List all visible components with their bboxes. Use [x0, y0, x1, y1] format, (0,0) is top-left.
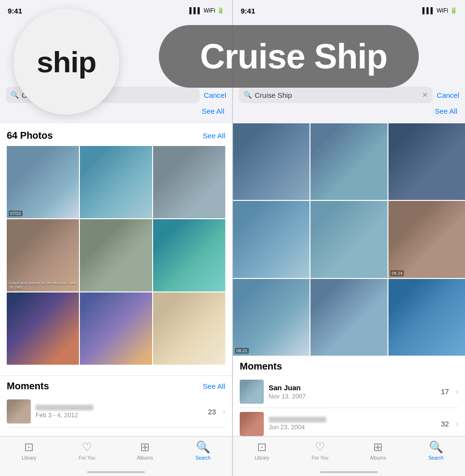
right-search-label: Search [428, 455, 444, 461]
photo-cell[interactable]: Grace and Jeanne on the deck at Cabin 78… [7, 219, 79, 291]
left-moments-header: Moments See All [7, 381, 225, 392]
albums-icon: ⊞ [140, 440, 150, 454]
photo-cell[interactable]: 07/22 [7, 146, 79, 218]
moment-location-blurred [36, 405, 93, 410]
right-for-you-icon: ♡ [315, 440, 325, 454]
right-moment-count-1: 17 [441, 387, 449, 396]
left-photos-see-all[interactable]: See All [203, 132, 225, 140]
right-moment-thumb-1 [240, 380, 264, 404]
right-moment-location-1: San Juan [269, 383, 436, 392]
right-for-you-label: For You [312, 455, 328, 461]
right-moment-chevron-1: › [456, 387, 458, 396]
cruise-photo-cell[interactable]: 08.21 [233, 279, 310, 356]
right-status-bar: 9:41 ▌▌▌ WiFi 🔋 [233, 0, 465, 21]
right-library-label: Library [255, 455, 270, 461]
cruise-bubble-text: Cruise Ship [190, 37, 387, 76]
moment-count: 23 [208, 408, 216, 416]
cruise-search-bubble: Cruise Ship [159, 25, 419, 88]
battery-icon: 🔋 [217, 7, 224, 14]
right-see-all-top[interactable]: See All [435, 107, 457, 115]
photo-cell[interactable] [80, 146, 152, 218]
right-moment-row-2[interactable]: Jun 23, 2004 32 › [240, 408, 458, 436]
screen-container: ship Cruise Ship 9:41 ▌▌▌ WiFi 🔋 🔍 Cruis… [0, 0, 465, 476]
left-photos-count: 64 Photos [7, 130, 53, 141]
right-search-icon: 🔍 [244, 91, 252, 99]
right-tab-search[interactable]: 🔍 Search [407, 440, 465, 461]
moment-thumbnail [7, 399, 31, 423]
right-home-indicator [320, 471, 378, 473]
right-tab-bar: ⊡ Library ♡ For You ⊞ Albums 🔍 Search [233, 436, 465, 476]
right-cancel-button[interactable]: Cancel [437, 91, 459, 99]
right-albums-icon: ⊞ [373, 440, 383, 454]
right-battery-icon: 🔋 [450, 7, 457, 14]
right-status-icons: ▌▌▌ WiFi 🔋 [422, 7, 457, 14]
right-search-input[interactable]: 🔍 Cruise Ship ✕ [239, 87, 433, 103]
signal-icon: ▌▌▌ [189, 7, 202, 14]
search-label: Search [195, 455, 211, 461]
photo-cell[interactable] [153, 146, 225, 218]
left-moment-row[interactable]: Feb 3 - 4, 2012 23 › [7, 396, 225, 428]
left-home-indicator [87, 471, 145, 473]
for-you-label: For You [79, 455, 95, 461]
albums-label: Albums [137, 455, 153, 461]
photo-cell[interactable] [153, 292, 225, 365]
right-cruise-photos: 08.24 08.21 [233, 123, 465, 356]
moment-date: Feb 3 - 4, 2012 [36, 411, 203, 419]
cruise-photo-cell[interactable]: 08.24 [388, 201, 465, 278]
cruise-photo-cell[interactable] [233, 123, 310, 200]
left-tab-library[interactable]: ⊡ Library [0, 440, 58, 461]
wifi-icon: WiFi [204, 7, 215, 14]
photo-cell[interactable] [153, 219, 225, 291]
right-cruise-grid: 08.24 08.21 [233, 123, 465, 356]
right-moment-chevron-2: › [456, 420, 458, 428]
right-moment-row-1[interactable]: San Juan Nov 13, 2007 17 › [240, 376, 458, 408]
right-tab-library[interactable]: ⊡ Library [233, 440, 291, 461]
right-tab-for-you[interactable]: ♡ For You [291, 440, 349, 461]
left-see-all-top[interactable]: See All [202, 107, 224, 115]
for-you-icon: ♡ [82, 440, 92, 454]
left-status-bar: 9:41 ▌▌▌ WiFi 🔋 [0, 0, 232, 21]
left-status-icons: ▌▌▌ WiFi 🔋 [189, 7, 224, 14]
right-moment-date-1: Nov 13, 2007 [269, 393, 436, 400]
right-moments-title: Moments [240, 361, 282, 372]
cruise-photo-cell[interactable] [388, 123, 465, 200]
photo-cell[interactable] [80, 292, 152, 365]
right-search-icon-active: 🔍 [429, 440, 443, 454]
left-tab-search[interactable]: 🔍 Search [174, 440, 232, 461]
left-tab-bar: ⊡ Library ♡ For You ⊞ Albums 🔍 Search [0, 436, 232, 476]
right-library-icon: ⊡ [257, 440, 267, 454]
search-icon-active: 🔍 [196, 440, 210, 454]
left-tab-albums[interactable]: ⊞ Albums [116, 440, 174, 461]
cruise-photo-cell[interactable] [310, 123, 387, 200]
library-label: Library [22, 455, 37, 461]
moment-info: Feb 3 - 4, 2012 [36, 405, 203, 419]
left-photos-header: 64 Photos See All [7, 130, 225, 141]
left-tab-for-you[interactable]: ♡ For You [58, 440, 116, 461]
cruise-photo-cell[interactable] [233, 201, 310, 278]
left-moments-title: Moments [7, 381, 49, 392]
right-wifi-icon: WiFi [437, 7, 448, 14]
cruise-photo-cell[interactable] [310, 201, 387, 278]
right-moment-info-1: San Juan Nov 13, 2007 [269, 383, 436, 400]
moment-chevron-icon: › [223, 407, 225, 416]
right-signal-icon: ▌▌▌ [422, 7, 435, 14]
right-clear-icon[interactable]: ✕ [422, 91, 428, 99]
right-moment-thumb-2 [240, 412, 264, 436]
left-content-area: 64 Photos See All 07/22 Grace and Jeanne… [0, 123, 232, 436]
photo-cell[interactable] [80, 219, 152, 291]
left-photos-section: 64 Photos See All 07/22 Grace and Jeanne… [0, 123, 232, 375]
cruise-photo-cell[interactable] [388, 279, 465, 356]
library-icon: ⊡ [24, 440, 34, 454]
right-tab-albums[interactable]: ⊞ Albums [349, 440, 407, 461]
left-moments-see-all[interactable]: See All [203, 382, 225, 390]
right-search-text: Cruise Ship [255, 91, 292, 99]
cruise-photo-cell[interactable] [310, 279, 387, 356]
ship-bubble-text: ship [37, 45, 96, 79]
photo-cell[interactable] [7, 292, 79, 365]
left-status-time: 9:41 [8, 7, 22, 15]
right-moment-date-2: Jun 23, 2004 [269, 423, 436, 431]
left-moments-section: Moments See All Feb 3 - 4, 2012 23 › [0, 375, 232, 432]
right-moments-section: Moments San Juan Nov 13, 2007 17 › [233, 356, 465, 436]
left-cancel-button[interactable]: Cancel [204, 91, 226, 99]
right-moment-count-2: 32 [441, 420, 449, 428]
